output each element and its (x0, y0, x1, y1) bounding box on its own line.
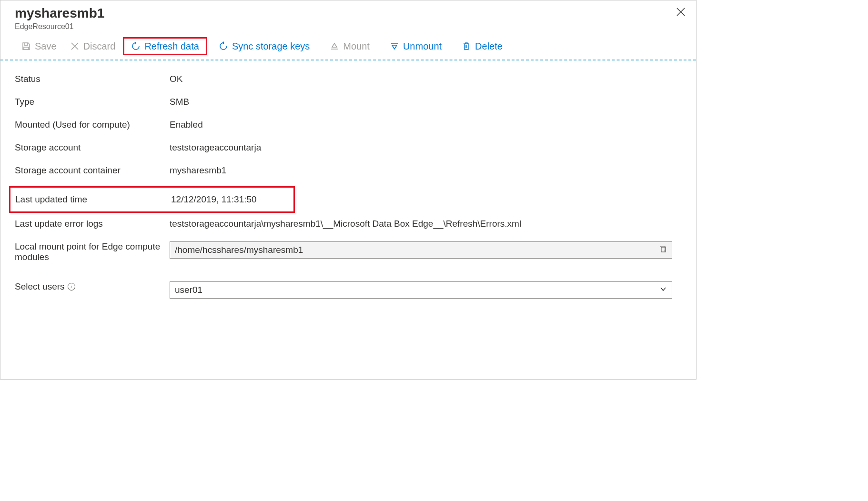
page-title: mysharesmb1 (15, 5, 682, 21)
close-button[interactable] (676, 7, 686, 19)
error-logs-label: Last update error logs (15, 219, 170, 229)
mount-point-value: /home/hcsshares/mysharesmb1 (175, 245, 659, 255)
mount-icon (330, 41, 339, 51)
status-value: OK (170, 74, 182, 84)
sync-label: Sync storage keys (232, 40, 310, 52)
save-button: Save (15, 38, 63, 55)
type-value: SMB (170, 97, 189, 107)
mount-point-field: /home/hcsshares/mysharesmb1 (170, 241, 672, 259)
select-users-dropdown[interactable]: user01 (170, 281, 672, 299)
type-label: Type (15, 97, 170, 107)
save-label: Save (35, 40, 57, 52)
chevron-down-icon (659, 285, 667, 295)
unmount-label: Unmount (403, 40, 442, 52)
info-icon[interactable]: i (68, 283, 75, 291)
mount-point-label: Local mount point for Edge compute modul… (15, 241, 170, 262)
status-label: Status (15, 74, 170, 84)
last-updated-label: Last updated time (15, 194, 171, 205)
mount-button: Mount (323, 38, 376, 55)
container-label: Storage account container (15, 165, 170, 176)
unmount-button[interactable]: Unmount (383, 38, 448, 55)
unmount-icon (390, 41, 399, 51)
last-updated-highlight: Last updated time 12/12/2019, 11:31:50 (9, 186, 295, 213)
delete-button[interactable]: Delete (455, 38, 509, 55)
select-users-value: user01 (175, 285, 659, 295)
container-value: mysharesmb1 (170, 165, 226, 176)
storage-account-value: teststorageaccountarja (170, 142, 261, 153)
discard-icon (70, 41, 80, 51)
sync-storage-keys-button[interactable]: Sync storage keys (212, 38, 316, 55)
mounted-value: Enabled (170, 120, 203, 130)
page-subtitle: EdgeResource01 (15, 22, 682, 31)
last-updated-value: 12/12/2019, 11:31:50 (171, 194, 257, 205)
copy-button[interactable] (659, 245, 667, 255)
delete-label: Delete (475, 40, 503, 52)
delete-icon (462, 41, 471, 51)
save-icon (21, 41, 31, 51)
sync-icon (219, 41, 228, 51)
refresh-icon (131, 41, 141, 51)
storage-account-label: Storage account (15, 142, 170, 153)
close-icon (676, 7, 686, 17)
refresh-data-button[interactable]: Refresh data (123, 37, 207, 55)
select-users-label: Select users i (15, 281, 170, 292)
discard-button: Discard (63, 38, 122, 55)
discard-label: Discard (83, 40, 116, 52)
mounted-label: Mounted (Used for compute) (15, 120, 170, 130)
refresh-label: Refresh data (144, 40, 199, 52)
content-area: Status OK Type SMB Mounted (Used for com… (0, 60, 696, 321)
toolbar: Save Discard Refresh data Sync storage k… (0, 31, 696, 60)
copy-icon (659, 245, 667, 253)
mount-label: Mount (343, 40, 370, 52)
error-logs-value: teststorageaccountarja\mysharesmb1\__Mic… (170, 219, 521, 229)
